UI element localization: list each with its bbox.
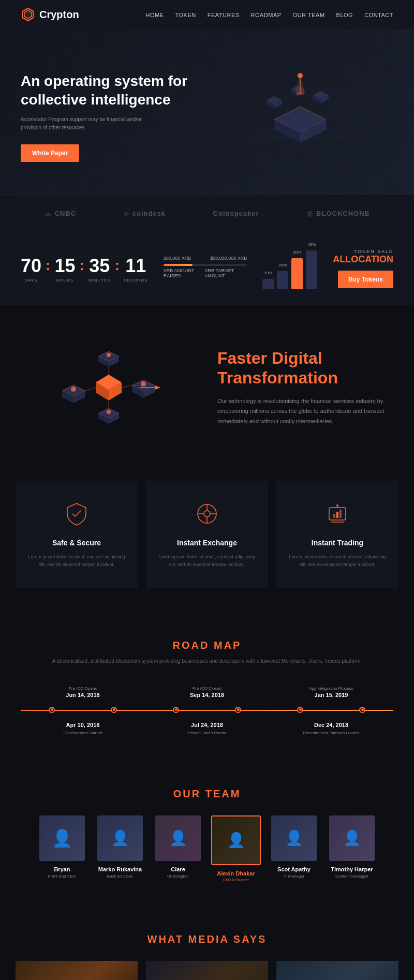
media-section: WHAT MEDIA SAYS July 16, 2018 Report abo… xyxy=(0,908,414,980)
features-graphic xyxy=(52,336,166,439)
nav-team[interactable]: Our Team xyxy=(293,12,325,18)
timeline-bottom-2: Jul 24, 2018 Private Token Round xyxy=(145,722,269,736)
hero-title: An operating system for collective intel… xyxy=(21,72,207,110)
brand-coinspeaker: Coinspeaker xyxy=(213,210,259,217)
timeline-date-bottom-2: Jul 24, 2018 xyxy=(145,722,269,728)
media-image-0: July 16, 2018 xyxy=(16,961,138,980)
hero-section: An operating system for collective intel… xyxy=(0,29,414,195)
features-heading-orange: Faster Digital xyxy=(217,349,322,367)
team-member-4: 👤 Scot Apathy IT Manager xyxy=(268,815,320,882)
bar-chart: 10% 20% 30% 40% xyxy=(262,248,317,289)
raised-sublabel: XRB AMOUNT RAISED xyxy=(164,268,205,278)
days-label: DAYS xyxy=(21,278,41,283)
brand-cnbc: ☁ CNBC xyxy=(45,210,77,217)
timeline-bottom-row: Apr 10, 2018 Development Started Jul 24,… xyxy=(21,722,393,736)
sep-1: : xyxy=(46,257,50,274)
buy-tokens-button[interactable]: Buy Tokens xyxy=(338,271,393,288)
media-title: WHAT MEDIA SAYS xyxy=(16,933,398,945)
svg-point-54 xyxy=(336,504,338,507)
dot-1 xyxy=(49,707,55,713)
feature-secure-title: Safe & Secure xyxy=(28,539,125,547)
feature-card-secure: Safe & Secure Lorem ipsum dolor sit amet… xyxy=(16,481,138,588)
timeline-hint-2: Pre ICO Closed xyxy=(145,686,269,691)
team-role-5: Content Strategist xyxy=(326,874,378,879)
hero-content: An operating system for collective intel… xyxy=(21,72,207,162)
nav-links: Home Token Features Roadmap Our Team Blo… xyxy=(146,10,393,19)
features-intro-section: Faster Digital Transformation Our techno… xyxy=(0,305,414,470)
roadmap-subtitle: A decentralised, distributed blockchain … xyxy=(21,657,393,665)
nav-features[interactable]: Features xyxy=(208,12,240,18)
nav-roadmap[interactable]: Roadmap xyxy=(251,12,282,18)
blockchone-label: BLOCKCHONE xyxy=(316,210,369,217)
progress-sublabels: XRB AMOUNT RAISED XRB TARGET AMOUNT xyxy=(164,268,247,278)
features-visual xyxy=(21,336,197,439)
countdown-minutes: 35 MINUTES xyxy=(88,255,111,283)
feature-trading-desc: Lorem ipsum dolor sit amet, consect adip… xyxy=(289,553,386,569)
dot-6 xyxy=(359,707,365,713)
nav-home[interactable]: Home xyxy=(146,12,164,18)
progress-fill xyxy=(164,264,193,266)
trading-icon xyxy=(323,499,352,528)
goal-sublabel: XRB TARGET AMOUNT xyxy=(205,268,247,278)
minutes-label: MINUTES xyxy=(88,278,111,283)
hours-value: 15 xyxy=(54,255,75,277)
bar-3: 30% xyxy=(291,258,303,289)
timeline-top-2: Pre ICO Closed Sep 14, 2018 xyxy=(145,686,269,698)
seconds-value: 11 xyxy=(124,255,148,277)
shield-icon xyxy=(62,499,91,528)
nav-token[interactable]: Token xyxy=(175,12,196,18)
countdown-seconds: 11 SECONDS xyxy=(124,255,148,283)
team-photo-3: 👤 xyxy=(211,815,261,865)
dot-5 xyxy=(297,707,303,713)
bar-label-3: 30% xyxy=(293,250,301,255)
timeline-hint-3: App Integration Process xyxy=(269,686,393,691)
team-photo-1: 👤 xyxy=(97,815,143,861)
feature-exchange-desc: Lorem ipsum dolor sit amet, consect adip… xyxy=(158,553,256,569)
dot-3 xyxy=(173,707,179,713)
svg-line-39 xyxy=(122,385,132,388)
timeline-date-top-3: Jan 15, 2019 xyxy=(269,692,393,698)
team-member-1: 👤 Marko Rukavina Back End Dev xyxy=(94,815,146,882)
svg-point-37 xyxy=(107,410,111,414)
feature-cards-section: Safe & Secure Lorem ipsum dolor sit amet… xyxy=(0,470,414,614)
seconds-label: SECONDS xyxy=(124,278,148,283)
bar-1: 10% xyxy=(262,279,274,289)
bar-2: 20% xyxy=(277,271,288,289)
team-role-4: IT Manager xyxy=(268,874,320,879)
team-member-5: 👤 Timothy Harper Content Strategist xyxy=(326,815,378,882)
team-name-3: Alexin Dhakar xyxy=(210,870,262,877)
timeline-dots xyxy=(21,707,393,713)
team-name-4: Scot Apathy xyxy=(268,866,320,872)
brand-coindesk: ◈ coindesk xyxy=(124,210,166,217)
svg-point-45 xyxy=(204,511,210,517)
timeline-top-row: Pre ICO Opens Jun 14, 2018 Pre ICO Close… xyxy=(21,686,393,698)
team-title-white2: TEAM xyxy=(205,788,241,799)
team-photo-5: 👤 xyxy=(329,815,375,861)
timeline: Pre ICO Opens Jun 14, 2018 Pre ICO Close… xyxy=(21,686,393,736)
nav-blog[interactable]: Blog xyxy=(336,12,353,18)
bar-label-1: 10% xyxy=(264,271,272,275)
timeline-date-top-1: Jun 14, 2018 xyxy=(21,692,145,698)
roadmap-title: ROAD MAP xyxy=(21,640,393,651)
features-heading-white: Transformation xyxy=(217,368,338,387)
cnbc-icon: ☁ xyxy=(45,210,52,217)
roadmap-title-orange: ROAD xyxy=(173,640,210,651)
media-title-orange: WHAT xyxy=(147,933,184,945)
svg-marker-43 xyxy=(155,385,160,390)
features-desc: Our technology is revolutionising the fi… xyxy=(217,396,393,427)
logo-text: Crypton xyxy=(39,9,79,21)
team-photo-0: 👤 xyxy=(39,815,85,861)
timeline-top-3: App Integration Process Jan 15, 2019 xyxy=(269,686,393,698)
logo[interactable]: Crypton xyxy=(21,7,79,22)
whitepaper-button[interactable]: White Paper xyxy=(21,144,79,162)
progress-labels: 200,000 XRB $00,000,000 XRB xyxy=(164,256,247,261)
nav-contact[interactable]: Contact xyxy=(364,12,393,18)
progress-bar xyxy=(164,264,247,266)
hours-label: HOURS xyxy=(54,278,75,283)
logo-icon xyxy=(21,7,35,22)
svg-point-25 xyxy=(71,387,76,392)
timeline-desc-2: Private Token Round xyxy=(145,730,269,736)
token-sale-label: TOKEN SALE xyxy=(333,249,393,254)
hero-graphic xyxy=(243,65,357,169)
bar-label-2: 20% xyxy=(278,263,287,268)
